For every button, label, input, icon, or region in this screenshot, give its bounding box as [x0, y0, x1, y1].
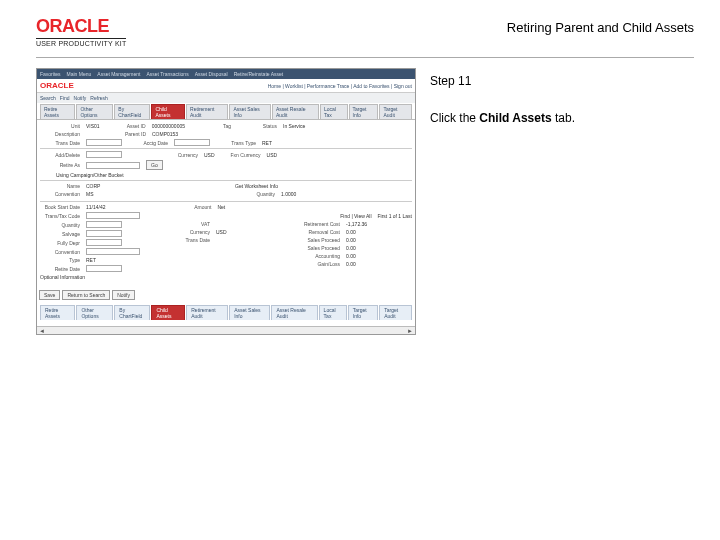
subtab-target-info[interactable]: Target Info [348, 305, 378, 320]
label-fully-depr: Fully Depr [40, 240, 80, 246]
tab-child-assets[interactable]: Child Assets [151, 104, 185, 119]
embedded-screenshot: Favorites Main Menu Asset Management Ass… [36, 68, 416, 335]
footer-tablinks: Retire Assets Other Options By ChartFiel… [37, 304, 415, 320]
subtab-asset-resale-audit[interactable]: Asset Resale Audit [271, 305, 317, 320]
input-acctg-date[interactable] [174, 139, 210, 146]
nav-item[interactable]: Main Menu [67, 71, 92, 77]
nav-item[interactable]: Favorites [40, 71, 61, 77]
tab-asset-resale-audit[interactable]: Asset Resale Audit [272, 104, 319, 119]
page-tabs: Retire Assets Other Options By ChartFiel… [37, 103, 415, 119]
input-trans-date[interactable] [86, 139, 122, 146]
value-sales-proceed: 0.00 [346, 237, 356, 243]
input-retire-date[interactable] [86, 265, 122, 272]
tab-retire-assets[interactable]: Retire Assets [40, 104, 75, 119]
nav-item[interactable]: Retire/Reinstate Asset [234, 71, 283, 77]
input-add-delete[interactable] [86, 151, 122, 158]
link-optional-info[interactable]: Optional Information [40, 274, 85, 280]
value-removal-cost: 0.00 [346, 229, 356, 235]
input-fully-depr[interactable] [86, 239, 122, 246]
subtab-by-chartfield[interactable]: By ChartField [114, 305, 150, 320]
label-name: Name [40, 183, 80, 189]
toolbar-item[interactable]: Search [40, 95, 56, 101]
subtab-retirement-audit[interactable]: Retirement Audit [186, 305, 228, 320]
tab-by-chartfield[interactable]: By ChartField [114, 104, 150, 119]
label-book-start: Book Start Date [40, 204, 80, 210]
value-quantity: 1.0000 [281, 191, 296, 197]
link-get-worksheet[interactable]: Get Worksheet Info [235, 183, 278, 189]
tab-target-info[interactable]: Target Info [349, 104, 379, 119]
toolbar-item[interactable]: Find [60, 95, 70, 101]
label-acctg-date: Acctg Date [128, 140, 168, 146]
input-quantity[interactable] [86, 221, 122, 228]
save-button[interactable]: Save [39, 290, 60, 300]
value-accounting: 0.00 [346, 253, 356, 259]
value-parent-id: COMP0153 [152, 131, 178, 137]
value-amount: Net [217, 204, 225, 210]
select-trans-code[interactable] [86, 212, 140, 219]
tab-other-options[interactable]: Other Options [76, 104, 113, 119]
header-links[interactable]: Home | Worklist | Performance Trace | Ad… [268, 83, 412, 89]
label-convention2: Convention [40, 249, 80, 255]
tab-retirement-audit[interactable]: Retirement Audit [186, 104, 228, 119]
input-salvage[interactable] [86, 230, 122, 237]
label-quantity2: Quantity [40, 222, 80, 228]
tab-local-tax[interactable]: Local Tax [320, 104, 348, 119]
step-label: Step 11 [430, 74, 694, 88]
label-sales-proceed: Sales Proceed [300, 237, 340, 243]
horizontal-scrollbar[interactable]: ◄ ► [37, 326, 415, 334]
scroll-left-icon[interactable]: ◄ [39, 328, 45, 334]
subtab-target-audit[interactable]: Target Audit [379, 305, 412, 320]
label-parent-id: Parent ID [86, 131, 146, 137]
go-button[interactable]: Go [146, 160, 163, 170]
value-book-start: 11/14/42 [86, 204, 105, 210]
nav-item[interactable]: Asset Management [97, 71, 140, 77]
instruction-suffix: tab. [552, 111, 575, 125]
checkbox-label-bucket[interactable]: Using Campaign/Other Bucket [56, 172, 124, 178]
value-status: In Service [283, 123, 305, 129]
toolbar-item[interactable]: Refresh [90, 95, 108, 101]
return-to-search-button[interactable]: Return to Search [62, 290, 110, 300]
step-instruction: Click the Child Assets tab. [430, 110, 694, 127]
label-asset-id: Asset ID [106, 123, 146, 129]
brand-subtitle: USER PRODUCTIVITY KIT [36, 38, 126, 47]
notify-button[interactable]: Notify [112, 290, 135, 300]
tab-asset-sales-info[interactable]: Asset Sales Info [229, 104, 271, 119]
value-sales-proceed2: 0.00 [346, 245, 356, 251]
select-retire-as[interactable] [86, 162, 140, 169]
label-currency2: Currency [170, 229, 210, 235]
label-retire-as: Retire As [40, 162, 80, 168]
nav-item[interactable]: Asset Transactions [146, 71, 188, 77]
label-status: Status [237, 123, 277, 129]
instruction-prefix: Click the [430, 111, 479, 125]
label-gain-loss: Gain/Loss [300, 261, 340, 267]
label-currency: Currency [128, 152, 198, 158]
label-trans-type: Trans Type [216, 140, 256, 146]
toolbar-item[interactable]: Notify [74, 95, 87, 101]
instruction-bold: Child Assets [479, 111, 551, 125]
label-removal-cost: Removal Cost [300, 229, 340, 235]
subtab-child-assets[interactable]: Child Assets [151, 305, 185, 320]
subtab-other-options[interactable]: Other Options [76, 305, 113, 320]
value-trans-type: RET [262, 140, 272, 146]
top-nav: Favorites Main Menu Asset Management Ass… [37, 69, 415, 79]
subtab-local-tax[interactable]: Local Tax [319, 305, 347, 320]
value-name: CORP [86, 183, 100, 189]
toolbar: Search Find Notify Refresh [37, 93, 415, 103]
subtab-retire-assets[interactable]: Retire Assets [40, 305, 75, 320]
label-first-last: First 1 of 1 Last [378, 213, 412, 219]
value-asset-id: 000000000005 [152, 123, 185, 129]
value-type: RET [86, 257, 96, 263]
select-convention[interactable] [86, 248, 140, 255]
value-fxn-currency: USD [267, 152, 278, 158]
scroll-right-icon[interactable]: ► [407, 328, 413, 334]
link-find-viewall[interactable]: Find | View All [340, 213, 371, 219]
nav-item[interactable]: Asset Disposal [195, 71, 228, 77]
label-sales-proceed2: Sales Proceed [300, 245, 340, 251]
subtab-asset-sales-info[interactable]: Asset Sales Info [229, 305, 270, 320]
label-description: Description [40, 131, 80, 137]
label-type: Type [40, 257, 80, 263]
value-currency2: USD [216, 229, 227, 235]
tab-target-audit[interactable]: Target Audit [379, 104, 412, 119]
label-salvage: Salvage [40, 231, 80, 237]
label-quantity: Quantity [235, 191, 275, 197]
